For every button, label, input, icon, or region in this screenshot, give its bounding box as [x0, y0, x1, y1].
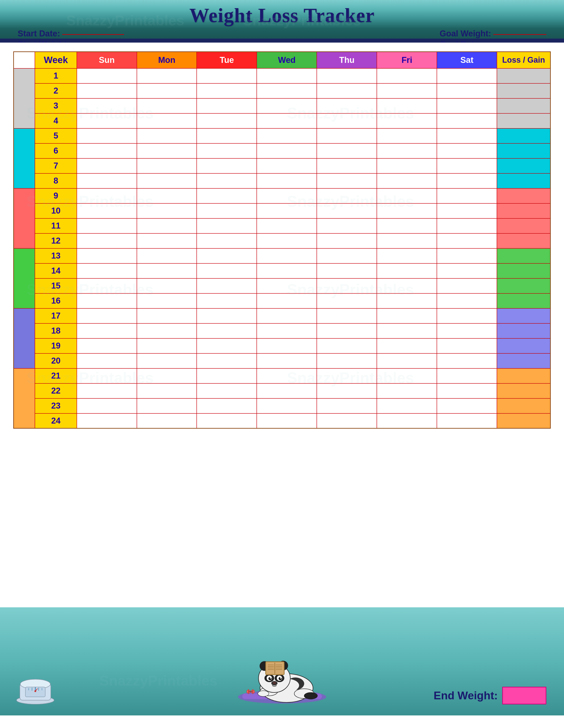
day-cell[interactable]: [197, 113, 257, 128]
day-cell[interactable]: [257, 368, 317, 383]
day-cell[interactable]: [437, 263, 497, 278]
day-cell[interactable]: [377, 98, 437, 113]
day-cell[interactable]: [137, 278, 197, 293]
day-cell[interactable]: [197, 143, 257, 158]
loss-gain-cell[interactable]: [497, 203, 550, 218]
day-cell[interactable]: [197, 158, 257, 173]
loss-gain-cell[interactable]: [497, 218, 550, 233]
day-cell[interactable]: [197, 353, 257, 368]
loss-gain-cell[interactable]: [497, 128, 550, 143]
day-cell[interactable]: [317, 218, 377, 233]
day-cell[interactable]: [257, 353, 317, 368]
day-cell[interactable]: [137, 353, 197, 368]
day-cell[interactable]: [377, 83, 437, 98]
day-cell[interactable]: [377, 353, 437, 368]
day-cell[interactable]: [257, 113, 317, 128]
day-cell[interactable]: [77, 248, 137, 263]
loss-gain-cell[interactable]: [497, 398, 550, 413]
day-cell[interactable]: [257, 263, 317, 278]
day-cell[interactable]: [137, 368, 197, 383]
day-cell[interactable]: [437, 188, 497, 203]
day-cell[interactable]: [317, 263, 377, 278]
day-cell[interactable]: [377, 398, 437, 413]
day-cell[interactable]: [377, 248, 437, 263]
day-cell[interactable]: [197, 188, 257, 203]
day-cell[interactable]: [77, 338, 137, 353]
day-cell[interactable]: [257, 188, 317, 203]
day-cell[interactable]: [317, 413, 377, 428]
day-cell[interactable]: [317, 83, 377, 98]
day-cell[interactable]: [377, 413, 437, 428]
day-cell[interactable]: [77, 188, 137, 203]
goal-weight-input[interactable]: [493, 33, 546, 35]
day-cell[interactable]: [77, 158, 137, 173]
loss-gain-cell[interactable]: [497, 338, 550, 353]
day-cell[interactable]: [197, 383, 257, 398]
day-cell[interactable]: [77, 203, 137, 218]
day-cell[interactable]: [317, 203, 377, 218]
loss-gain-cell[interactable]: [497, 368, 550, 383]
day-cell[interactable]: [137, 383, 197, 398]
day-cell[interactable]: [377, 218, 437, 233]
day-cell[interactable]: [257, 278, 317, 293]
day-cell[interactable]: [257, 338, 317, 353]
day-cell[interactable]: [77, 383, 137, 398]
day-cell[interactable]: [257, 293, 317, 308]
day-cell[interactable]: [377, 68, 437, 83]
day-cell[interactable]: [137, 338, 197, 353]
day-cell[interactable]: [257, 173, 317, 188]
day-cell[interactable]: [77, 143, 137, 158]
loss-gain-cell[interactable]: [497, 68, 550, 83]
loss-gain-cell[interactable]: [497, 278, 550, 293]
day-cell[interactable]: [257, 203, 317, 218]
day-cell[interactable]: [437, 113, 497, 128]
day-cell[interactable]: [197, 128, 257, 143]
day-cell[interactable]: [317, 308, 377, 323]
day-cell[interactable]: [77, 233, 137, 248]
day-cell[interactable]: [197, 203, 257, 218]
loss-gain-cell[interactable]: [497, 263, 550, 278]
day-cell[interactable]: [257, 83, 317, 98]
loss-gain-cell[interactable]: [497, 83, 550, 98]
day-cell[interactable]: [197, 323, 257, 338]
day-cell[interactable]: [257, 218, 317, 233]
loss-gain-cell[interactable]: [497, 98, 550, 113]
day-cell[interactable]: [377, 203, 437, 218]
day-cell[interactable]: [437, 413, 497, 428]
day-cell[interactable]: [377, 323, 437, 338]
day-cell[interactable]: [257, 413, 317, 428]
day-cell[interactable]: [137, 263, 197, 278]
loss-gain-cell[interactable]: [497, 293, 550, 308]
day-cell[interactable]: [77, 68, 137, 83]
day-cell[interactable]: [317, 128, 377, 143]
day-cell[interactable]: [377, 383, 437, 398]
day-cell[interactable]: [317, 188, 377, 203]
day-cell[interactable]: [197, 173, 257, 188]
day-cell[interactable]: [437, 308, 497, 323]
day-cell[interactable]: [197, 413, 257, 428]
loss-gain-cell[interactable]: [497, 233, 550, 248]
day-cell[interactable]: [197, 368, 257, 383]
day-cell[interactable]: [377, 233, 437, 248]
day-cell[interactable]: [317, 173, 377, 188]
day-cell[interactable]: [317, 158, 377, 173]
day-cell[interactable]: [137, 68, 197, 83]
day-cell[interactable]: [137, 188, 197, 203]
loss-gain-cell[interactable]: [497, 113, 550, 128]
day-cell[interactable]: [317, 353, 377, 368]
day-cell[interactable]: [257, 68, 317, 83]
day-cell[interactable]: [437, 293, 497, 308]
day-cell[interactable]: [377, 278, 437, 293]
day-cell[interactable]: [377, 188, 437, 203]
day-cell[interactable]: [377, 263, 437, 278]
day-cell[interactable]: [437, 278, 497, 293]
day-cell[interactable]: [437, 323, 497, 338]
day-cell[interactable]: [137, 203, 197, 218]
day-cell[interactable]: [197, 68, 257, 83]
day-cell[interactable]: [437, 173, 497, 188]
day-cell[interactable]: [77, 83, 137, 98]
day-cell[interactable]: [137, 323, 197, 338]
day-cell[interactable]: [137, 143, 197, 158]
day-cell[interactable]: [257, 323, 317, 338]
day-cell[interactable]: [317, 278, 377, 293]
